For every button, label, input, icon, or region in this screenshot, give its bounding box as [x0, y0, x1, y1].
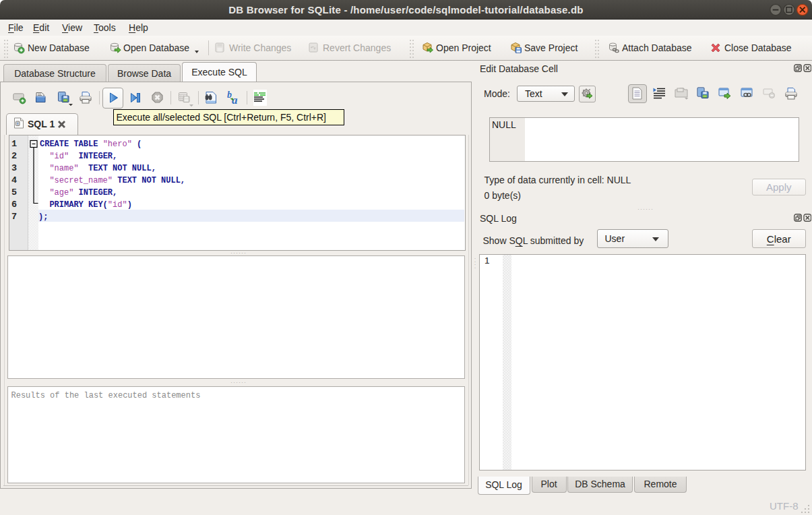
svg-text:b: b: [227, 90, 232, 100]
